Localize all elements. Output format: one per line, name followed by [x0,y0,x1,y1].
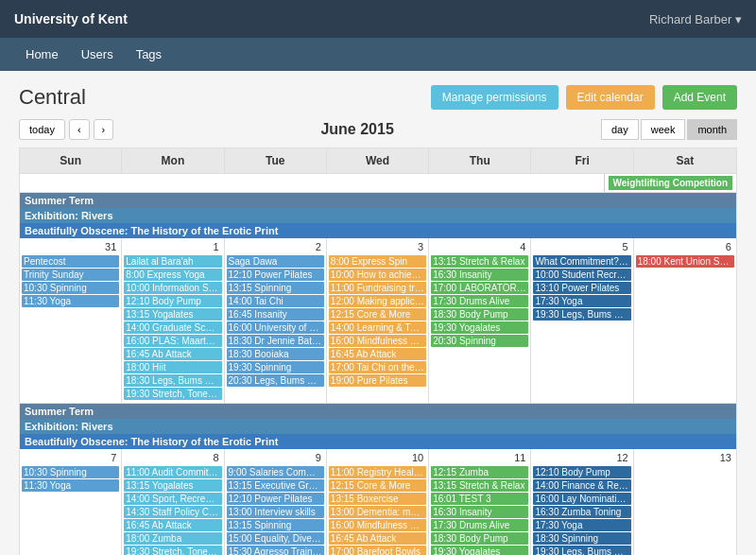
calendar-event[interactable]: 16:01 TEST 3 [431,493,528,505]
calendar-event[interactable]: 13:15 Stretch & Relax [431,255,528,268]
month-view-button[interactable]: month [687,119,737,140]
calendar-event[interactable]: 19:30 Stretch, Tone & R… [124,546,221,555]
calendar-event[interactable]: 17:00 Barefoot Bowls [329,546,426,555]
calendar-event[interactable]: 10:00 How to achieve s… [329,269,426,281]
calendar-event[interactable]: 16:00 PLAS: Maarten Fa… [124,335,221,347]
calendar-event[interactable]: 18:00 Kent Union Summ… [636,255,734,268]
calendar-event[interactable]: 12:10 Body Pump [533,466,630,478]
calendar-event[interactable]: 16:30 Insanity [431,269,528,281]
calendar-event[interactable]: 18:30 Spinning [533,532,630,545]
calendar-event[interactable]: 13:15 Yogalates [124,308,221,321]
calendar-event[interactable]: 15:30 Agresso Training [227,546,324,555]
calendar-event[interactable]: 18:30 Booiaka [227,348,324,360]
calendar-event[interactable]: Saga Dawa [227,255,324,268]
calendar-event[interactable]: 14:30 Staff Policy Com… [124,506,221,518]
calendar-event[interactable]: 19:30 Spinning [227,361,324,373]
manage-permissions-button[interactable]: Manage permissions [431,85,558,110]
calendar-event[interactable]: 16:00 University of Ken… [227,321,324,334]
calendar-event[interactable]: 13:15 Boxercise [329,493,426,505]
next-button[interactable]: › [94,119,114,140]
week-view-button[interactable]: week [641,119,686,140]
calendar-event[interactable]: 16:00 Mindfulness Base… [329,519,426,531]
calendar-event[interactable]: 13:10 Power Pilates [533,282,630,294]
calendar-event[interactable]: 14:00 Tai Chi [227,295,324,307]
calendar-event[interactable]: 13:15 Spinning [227,519,324,531]
calendar-event[interactable]: 12:00 Making applicatio… [329,295,426,307]
calendar-event[interactable]: 9:00 Salaries Committe… [227,466,324,478]
day-view-button[interactable]: day [601,119,639,140]
calendar-event[interactable]: 13:00 Interview skills [227,506,324,518]
calendar-event[interactable]: 20:30 Legs, Bums & Tu… [227,374,324,387]
user-menu[interactable]: Richard Barber ▾ [649,12,742,26]
calendar-event[interactable]: 17:00 LABORATORIET [431,282,528,294]
calendar-event[interactable]: 13:15 Executive Group [227,479,324,492]
calendar-event[interactable]: 11:00 Fundraising traini… [329,282,426,294]
calendar-event[interactable]: 19:00 Pure Pilates [329,374,426,387]
calendar-event[interactable]: 18:30 Dr Jennie Batche… [227,335,324,347]
calendar-event[interactable]: 14:00 Learning & Teach… [329,321,426,334]
calendar-event[interactable]: 11:30 Yoga [22,295,119,307]
add-event-button[interactable]: Add Event [662,85,737,110]
calendar-event[interactable]: 16:45 Ab Attack [329,348,426,360]
calendar-event[interactable]: 18:00 Hiit [124,361,221,373]
calendar-event[interactable]: 17:00 Tai Chi on the La… [329,361,426,373]
calendar-event[interactable]: 13:00 Dementia: muddi… [329,506,426,518]
calendar-event[interactable]: 20:30 Spinning [431,335,528,347]
prev-button[interactable]: ‹ [69,119,90,140]
calendar-event[interactable]: 12:10 Power Pilates [227,269,324,281]
calendar-event[interactable]: 18:30 Legs, Bums & Tu… [124,374,221,387]
calendar-event[interactable]: 10:30 Spinning [22,282,119,294]
calendar-event[interactable]: 16:30 Zumba Toning [533,506,630,518]
calendar-event[interactable]: 18:30 Body Pump [431,532,528,545]
calendar-event[interactable]: 16:00 Mindfulness Base… [329,335,426,347]
calendar-event[interactable]: 17:30 Drums Alive [431,295,528,307]
calendar-event[interactable]: 16:45 Insanity [227,308,324,321]
calendar-event[interactable]: 16:45 Ab Attack [124,519,221,531]
calendar-event[interactable]: 12:15 Core & More [329,308,426,321]
nav-tags[interactable]: Tags [125,40,173,69]
edit-calendar-button[interactable]: Edit calendar [566,85,655,110]
calendar-event[interactable]: 12:15 Core & More [329,479,426,492]
calendar-event[interactable]: 11:00 Registry Health &… [329,466,426,478]
calendar-event[interactable]: 19:30 Yogalates [431,321,528,334]
calendar-event[interactable]: What Commitment? Res… [533,255,630,268]
nav-home[interactable]: Home [14,40,70,69]
calendar-event[interactable]: 8:00 Express Spin [329,255,426,268]
calendar-event[interactable]: 12:10 Power Pilates [227,493,324,505]
calendar-event[interactable]: 13:15 Yogalates [124,479,221,492]
calendar-event[interactable]: 15:00 Equality, Diversity… [227,532,324,545]
calendar-event[interactable]: 17:30 Drums Alive [431,519,528,531]
calendar-event[interactable]: 10:00 Information Serv… [124,282,221,294]
calendar-event[interactable]: Trinity Sunday [22,269,119,281]
calendar-event[interactable]: 11:30 Yoga [22,479,119,492]
calendar-event[interactable]: 17:30 Yoga [533,295,630,307]
day-cell: 31PentecostTrinity Sunday10:30 Spinning1… [20,238,122,403]
calendar-event[interactable]: 13:15 Stretch & Relax [431,479,528,492]
calendar-event[interactable]: 17:30 Yoga [533,519,630,531]
calendar-event[interactable]: 10:00 Student Recruitm… [533,269,630,281]
calendar-event[interactable]: 19:30 Yogalates [431,546,528,555]
calendar-event[interactable]: 19:30 Legs, Bums & Tu… [533,308,630,321]
calendar-event[interactable]: 16:45 Ab Attack [329,532,426,545]
calendar-event[interactable]: 8:00 Express Yoga [124,269,221,281]
calendar-event[interactable]: 19:30 Stretch, Tone & N… [124,388,221,400]
calendar-event[interactable]: 14:00 Finance & Resou… [533,479,630,492]
calendar-event[interactable]: 13:15 Spinning [227,282,324,294]
calendar-event[interactable]: 12:10 Body Pump [124,295,221,307]
calendar-event[interactable]: 14:00 Graduate School… [124,321,221,334]
calendar-event[interactable]: 18:30 Body Pump [431,308,528,321]
calendar-event[interactable]: 11:00 Audit Committee [124,466,221,478]
calendar-event[interactable]: 16:00 Lay Nominations [533,493,630,505]
calendar-event[interactable]: 12:15 Zumba [431,466,528,478]
calendar-event[interactable]: 14:00 Sport, Recreation… [124,493,221,505]
nav-users[interactable]: Users [70,40,125,69]
calendar-event[interactable]: 19:30 Legs, Bums & Tu… [533,546,630,555]
calendar-event[interactable]: 16:45 Ab Attack [124,348,221,360]
calendar-event[interactable]: 18:00 Zumba [124,532,221,545]
calendar-event[interactable]: 10:30 Spinning [22,466,119,478]
calendar-event[interactable]: Pentecost [22,255,119,268]
day-header-mon: Mon [122,148,224,173]
calendar-event[interactable]: Lailat al Bara'ah [124,255,221,268]
calendar-event[interactable]: 16:30 Insanity [431,506,528,518]
today-button[interactable]: today [19,119,65,140]
